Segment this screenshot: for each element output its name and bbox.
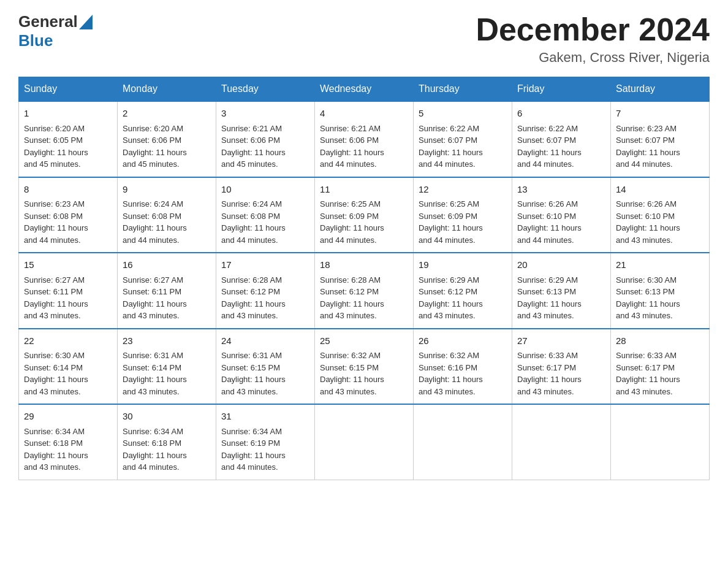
day-number: 31: [221, 410, 309, 424]
week-row-1: 1Sunrise: 6:20 AMSunset: 6:05 PMDaylight…: [19, 101, 710, 177]
day-cell: 30Sunrise: 6:34 AMSunset: 6:18 PMDayligh…: [118, 404, 216, 480]
day-number: 2: [123, 107, 211, 121]
day-detail: Sunrise: 6:29 AMSunset: 6:13 PMDaylight:…: [517, 274, 605, 322]
day-detail: Sunrise: 6:31 AMSunset: 6:15 PMDaylight:…: [221, 350, 309, 397]
day-number: 20: [517, 258, 605, 272]
day-number: 1: [24, 107, 112, 121]
day-number: 19: [419, 258, 507, 272]
day-number: 21: [616, 258, 704, 272]
page-header: General Blue December 2024 Gakem, Cross …: [18, 12, 710, 66]
day-detail: Sunrise: 6:23 AMSunset: 6:07 PMDaylight:…: [616, 123, 704, 170]
day-detail: Sunrise: 6:20 AMSunset: 6:05 PMDaylight:…: [24, 123, 112, 170]
week-row-3: 15Sunrise: 6:27 AMSunset: 6:11 PMDayligh…: [19, 253, 710, 329]
day-cell: [611, 404, 710, 480]
day-cell: 19Sunrise: 6:29 AMSunset: 6:12 PMDayligh…: [414, 253, 512, 329]
day-detail: Sunrise: 6:26 AMSunset: 6:10 PMDaylight:…: [616, 198, 704, 246]
day-detail: Sunrise: 6:23 AMSunset: 6:08 PMDaylight:…: [24, 198, 112, 246]
day-number: 15: [24, 258, 112, 272]
day-cell: 8Sunrise: 6:23 AMSunset: 6:08 PMDaylight…: [19, 177, 118, 253]
day-number: 8: [24, 183, 112, 197]
day-cell: 13Sunrise: 6:26 AMSunset: 6:10 PMDayligh…: [512, 177, 611, 253]
day-cell: [512, 404, 611, 480]
col-monday: Monday: [118, 77, 216, 102]
day-number: 17: [221, 258, 309, 272]
day-number: 22: [24, 334, 112, 348]
day-cell: 28Sunrise: 6:33 AMSunset: 6:17 PMDayligh…: [611, 329, 710, 405]
day-cell: 18Sunrise: 6:28 AMSunset: 6:12 PMDayligh…: [315, 253, 414, 329]
day-number: 30: [123, 410, 211, 424]
logo-triangle-icon: [79, 15, 93, 29]
day-cell: 25Sunrise: 6:32 AMSunset: 6:15 PMDayligh…: [315, 329, 414, 405]
day-cell: 20Sunrise: 6:29 AMSunset: 6:13 PMDayligh…: [512, 253, 611, 329]
day-detail: Sunrise: 6:33 AMSunset: 6:17 PMDaylight:…: [517, 350, 605, 397]
day-number: 27: [517, 334, 605, 348]
col-saturday: Saturday: [611, 77, 710, 102]
day-cell: 9Sunrise: 6:24 AMSunset: 6:08 PMDaylight…: [118, 177, 216, 253]
day-cell: 26Sunrise: 6:32 AMSunset: 6:16 PMDayligh…: [414, 329, 512, 405]
col-tuesday: Tuesday: [216, 77, 315, 102]
day-cell: 11Sunrise: 6:25 AMSunset: 6:09 PMDayligh…: [315, 177, 414, 253]
day-cell: 15Sunrise: 6:27 AMSunset: 6:11 PMDayligh…: [19, 253, 118, 329]
day-detail: Sunrise: 6:30 AMSunset: 6:14 PMDaylight:…: [24, 350, 112, 397]
title-area: December 2024 Gakem, Cross River, Nigeri…: [476, 12, 710, 66]
day-number: 18: [320, 258, 408, 272]
day-detail: Sunrise: 6:24 AMSunset: 6:08 PMDaylight:…: [123, 198, 211, 246]
day-number: 9: [123, 183, 211, 197]
day-detail: Sunrise: 6:26 AMSunset: 6:10 PMDaylight:…: [517, 198, 605, 246]
logo: General Blue: [18, 12, 93, 50]
logo-top-row: General: [18, 12, 93, 31]
day-number: 10: [221, 183, 309, 197]
day-number: 5: [419, 107, 507, 121]
day-detail: Sunrise: 6:25 AMSunset: 6:09 PMDaylight:…: [320, 198, 408, 246]
calendar-table: Sunday Monday Tuesday Wednesday Thursday…: [18, 77, 710, 480]
day-detail: Sunrise: 6:34 AMSunset: 6:18 PMDaylight:…: [123, 426, 211, 473]
day-cell: [414, 404, 512, 480]
week-row-5: 29Sunrise: 6:34 AMSunset: 6:18 PMDayligh…: [19, 404, 710, 480]
day-cell: 4Sunrise: 6:21 AMSunset: 6:06 PMDaylight…: [315, 101, 414, 177]
col-thursday: Thursday: [414, 77, 512, 102]
col-friday: Friday: [512, 77, 611, 102]
day-number: 7: [616, 107, 704, 121]
calendar-header-row: Sunday Monday Tuesday Wednesday Thursday…: [19, 77, 710, 102]
day-detail: Sunrise: 6:30 AMSunset: 6:13 PMDaylight:…: [616, 274, 704, 322]
day-number: 26: [419, 334, 507, 348]
week-row-2: 8Sunrise: 6:23 AMSunset: 6:08 PMDaylight…: [19, 177, 710, 253]
day-cell: 10Sunrise: 6:24 AMSunset: 6:08 PMDayligh…: [216, 177, 315, 253]
day-number: 13: [517, 183, 605, 197]
day-detail: Sunrise: 6:34 AMSunset: 6:18 PMDaylight:…: [24, 426, 112, 473]
day-number: 6: [517, 107, 605, 121]
day-detail: Sunrise: 6:33 AMSunset: 6:17 PMDaylight:…: [616, 350, 704, 397]
logo-wrapper: General Blue: [18, 12, 93, 50]
logo-blue-text: Blue: [18, 31, 53, 50]
day-cell: 7Sunrise: 6:23 AMSunset: 6:07 PMDaylight…: [611, 101, 710, 177]
day-cell: 21Sunrise: 6:30 AMSunset: 6:13 PMDayligh…: [611, 253, 710, 329]
day-detail: Sunrise: 6:24 AMSunset: 6:08 PMDaylight:…: [221, 198, 309, 246]
day-cell: 6Sunrise: 6:22 AMSunset: 6:07 PMDaylight…: [512, 101, 611, 177]
day-detail: Sunrise: 6:32 AMSunset: 6:16 PMDaylight:…: [419, 350, 507, 397]
day-detail: Sunrise: 6:28 AMSunset: 6:12 PMDaylight:…: [320, 274, 408, 322]
day-cell: 27Sunrise: 6:33 AMSunset: 6:17 PMDayligh…: [512, 329, 611, 405]
week-row-4: 22Sunrise: 6:30 AMSunset: 6:14 PMDayligh…: [19, 329, 710, 405]
day-cell: 2Sunrise: 6:20 AMSunset: 6:06 PMDaylight…: [118, 101, 216, 177]
day-detail: Sunrise: 6:20 AMSunset: 6:06 PMDaylight:…: [123, 123, 211, 170]
day-cell: 31Sunrise: 6:34 AMSunset: 6:19 PMDayligh…: [216, 404, 315, 480]
day-detail: Sunrise: 6:27 AMSunset: 6:11 PMDaylight:…: [123, 274, 211, 322]
day-detail: Sunrise: 6:29 AMSunset: 6:12 PMDaylight:…: [419, 274, 507, 322]
day-cell: 23Sunrise: 6:31 AMSunset: 6:14 PMDayligh…: [118, 329, 216, 405]
day-detail: Sunrise: 6:25 AMSunset: 6:09 PMDaylight:…: [419, 198, 507, 246]
day-cell: 5Sunrise: 6:22 AMSunset: 6:07 PMDaylight…: [414, 101, 512, 177]
day-detail: Sunrise: 6:32 AMSunset: 6:15 PMDaylight:…: [320, 350, 408, 397]
col-sunday: Sunday: [19, 77, 118, 102]
day-detail: Sunrise: 6:27 AMSunset: 6:11 PMDaylight:…: [24, 274, 112, 322]
location-title: Gakem, Cross River, Nigeria: [476, 50, 710, 66]
day-cell: 3Sunrise: 6:21 AMSunset: 6:06 PMDaylight…: [216, 101, 315, 177]
day-detail: Sunrise: 6:21 AMSunset: 6:06 PMDaylight:…: [320, 123, 408, 170]
day-number: 11: [320, 183, 408, 197]
day-detail: Sunrise: 6:22 AMSunset: 6:07 PMDaylight:…: [419, 123, 507, 170]
day-cell: [315, 404, 414, 480]
day-cell: 14Sunrise: 6:26 AMSunset: 6:10 PMDayligh…: [611, 177, 710, 253]
day-cell: 1Sunrise: 6:20 AMSunset: 6:05 PMDaylight…: [19, 101, 118, 177]
day-number: 24: [221, 334, 309, 348]
day-number: 28: [616, 334, 704, 348]
day-cell: 29Sunrise: 6:34 AMSunset: 6:18 PMDayligh…: [19, 404, 118, 480]
